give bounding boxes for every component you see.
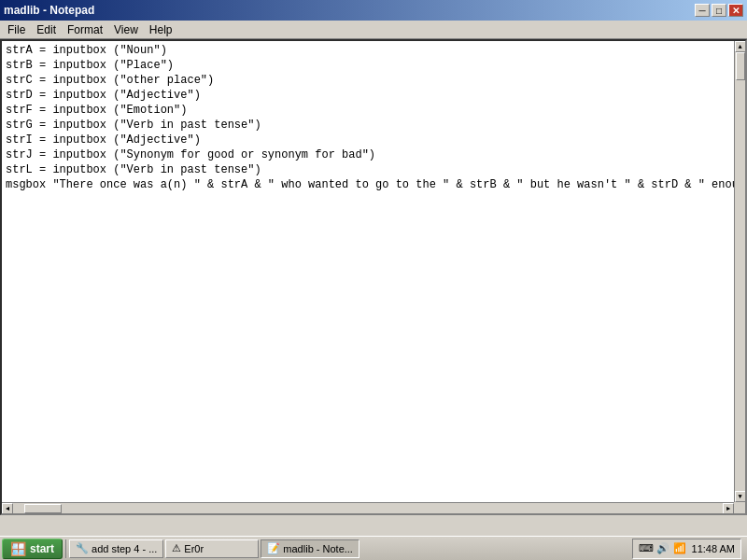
title-bar: madlib - Notepad ─ □ ✕ xyxy=(0,0,747,21)
code-line-4: strD = inputbox ("Adjective") xyxy=(6,88,730,103)
taskbar-btn-2[interactable]: ⚠ Er0r xyxy=(165,539,259,558)
close-button[interactable]: ✕ xyxy=(728,4,743,17)
scroll-down-button[interactable]: ▼ xyxy=(735,491,746,502)
menu-file[interactable]: File xyxy=(2,21,31,38)
taskbar: 🪟 start 🔧 add step 4 - ... ⚠ Er0r 📝 madl… xyxy=(0,536,747,560)
menu-help[interactable]: Help xyxy=(144,21,178,38)
scroll-up-button[interactable]: ▲ xyxy=(735,41,746,52)
taskbar-btn-3-icon: 📝 xyxy=(267,542,280,554)
code-line-9: strL = inputbox ("Verb in past tense") xyxy=(6,162,730,177)
editor-content[interactable]: strA = inputbox ("Noun") strB = inputbox… xyxy=(2,41,734,502)
taskbar-btn-1-icon: 🔧 xyxy=(76,542,89,554)
taskbar-btn-1[interactable]: 🔧 add step 4 - ... xyxy=(69,539,163,558)
scroll-thumb-v[interactable] xyxy=(736,52,745,80)
window-title: madlib - Notepad xyxy=(4,4,94,17)
menu-edit[interactable]: Edit xyxy=(31,21,62,38)
scroll-right-button[interactable]: ► xyxy=(723,503,734,514)
menu-view[interactable]: View xyxy=(108,21,144,38)
taskbar-btn-3[interactable]: 📝 madlib - Note... xyxy=(261,539,359,558)
code-line-8: strJ = inputbox ("Synonym for good or sy… xyxy=(6,147,730,162)
code-line-5: strF = inputbox ("Emotion") xyxy=(6,103,730,118)
code-line-7: strI = inputbox ("Adjective") xyxy=(6,133,730,147)
code-line-2: strB = inputbox ("Place") xyxy=(6,58,730,73)
start-button[interactable]: 🪟 start xyxy=(2,539,63,559)
system-clock: 11:48 AM xyxy=(692,543,735,554)
scroll-track-v[interactable] xyxy=(735,52,745,491)
maximize-button[interactable]: □ xyxy=(712,4,726,17)
start-label: start xyxy=(30,542,54,555)
code-line-1: strA = inputbox ("Noun") xyxy=(6,43,730,58)
code-line-6: strG = inputbox ("Verb in past tense") xyxy=(6,118,730,133)
start-icon: 🪟 xyxy=(10,541,26,556)
taskbar-btn-2-icon: ⚠ xyxy=(172,542,181,554)
menu-format[interactable]: Format xyxy=(62,21,108,38)
scrollbar-corner xyxy=(734,502,745,513)
editor-container[interactable]: strA = inputbox ("Noun") strB = inputbox… xyxy=(0,39,747,515)
vertical-scrollbar[interactable]: ▲ ▼ xyxy=(734,41,745,502)
horizontal-scrollbar[interactable]: ◄ ► xyxy=(2,502,734,513)
taskbar-btn-3-label: madlib - Note... xyxy=(283,543,353,554)
window-controls: ─ □ ✕ xyxy=(695,4,743,17)
taskbar-btn-1-label: add step 4 - ... xyxy=(92,543,157,554)
taskbar-separator xyxy=(65,539,66,558)
code-line-10: msgbox "There once was a(n) " & strA & "… xyxy=(6,177,730,192)
tray-icons: ⌨ 🔊 📶 xyxy=(639,542,685,554)
minimize-button[interactable]: ─ xyxy=(695,4,710,17)
taskbar-right: ⌨ 🔊 📶 11:48 AM xyxy=(632,539,745,559)
menu-bar: File Edit Format View Help xyxy=(0,21,747,39)
system-tray: ⌨ 🔊 📶 11:48 AM xyxy=(632,539,741,559)
scroll-thumb-h[interactable] xyxy=(24,504,62,513)
taskbar-btn-2-label: Er0r xyxy=(184,543,204,554)
scroll-left-button[interactable]: ◄ xyxy=(2,503,13,514)
code-line-3: strC = inputbox ("other place") xyxy=(6,73,730,88)
